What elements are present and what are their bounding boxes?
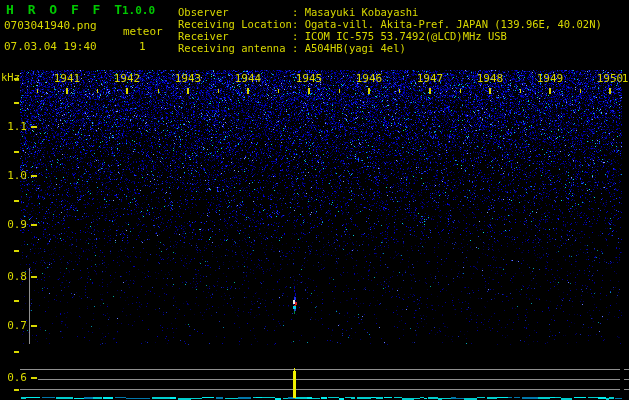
- freq-label: 1.0: [0, 169, 27, 182]
- freq-label: 0.7: [0, 319, 27, 332]
- time-label: 1945: [289, 72, 329, 85]
- info-colon: :: [292, 30, 298, 42]
- time-label: 1948: [470, 72, 510, 85]
- info-row-antenna: Receiving antenna: A504HB(yagi 4el): [178, 42, 406, 54]
- info-colon: :: [292, 6, 298, 18]
- app-version: 1.0.0: [122, 4, 155, 17]
- info-value: Masayuki Kobayashi: [305, 6, 419, 18]
- info-colon: :: [292, 42, 298, 54]
- y-axis-unit-label: kHz: [1, 71, 20, 83]
- info-label: Receiving antenna: [178, 42, 292, 54]
- count-label: 1: [139, 40, 146, 53]
- spectrogram-canvas: [0, 0, 629, 400]
- freq-label: 0.6: [0, 371, 27, 384]
- hrofft-window: { "header": { "app_title": "H R O F F T"…: [0, 0, 629, 400]
- info-label: Observer: [178, 6, 292, 18]
- time-label: 1947: [410, 72, 450, 85]
- datetime-label: 07.03.04 19:40: [4, 40, 97, 53]
- info-value: Ogata-vill. Akita-Pref. JAPAN (139.96E, …: [305, 18, 602, 30]
- time-label: 1949: [530, 72, 570, 85]
- time-label: 1941: [47, 72, 87, 85]
- info-row-receiver: Receiver: ICOM IC-575 53.7492(@LCD)MHz U…: [178, 30, 507, 42]
- info-value: ICOM IC-575 53.7492(@LCD)MHz USB: [305, 30, 507, 42]
- time-label: 1944: [228, 72, 268, 85]
- info-label: Receiver: [178, 30, 292, 42]
- info-row-location: Receiving Location: Ogata-vill. Akita-Pr…: [178, 18, 602, 30]
- time-label: 1: [605, 72, 629, 85]
- freq-label: 0.9: [0, 218, 27, 231]
- info-row-observer: Observer: Masayuki Kobayashi: [178, 6, 418, 18]
- app-title: H R O F F T: [6, 2, 125, 17]
- time-label: 1946: [349, 72, 389, 85]
- mode-label: meteor: [123, 25, 163, 38]
- info-label: Receiving Location: [178, 18, 292, 30]
- info-colon: :: [292, 18, 298, 30]
- freq-label: 1.1: [0, 120, 27, 133]
- time-label: 1942: [107, 72, 147, 85]
- output-filename: 0703041940.png: [4, 19, 97, 32]
- freq-label: 0.8: [0, 270, 27, 283]
- info-value: A504HB(yagi 4el): [305, 42, 406, 54]
- time-label: 1943: [168, 72, 208, 85]
